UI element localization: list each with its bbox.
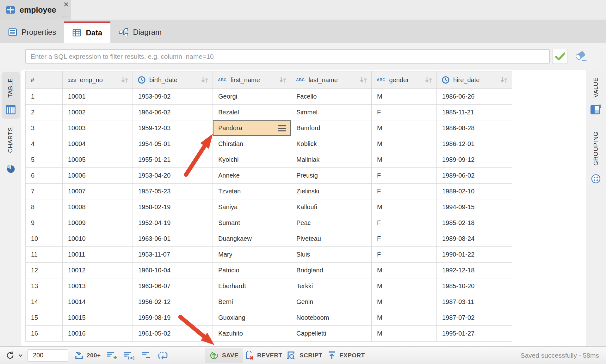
cell-last_name[interactable]: Terkki bbox=[291, 278, 372, 294]
tab-diagram[interactable]: Diagram bbox=[110, 21, 170, 43]
cell-last_name[interactable]: Bridgland bbox=[291, 263, 372, 278]
cell-birth_date[interactable]: 1953-04-20 bbox=[133, 168, 213, 184]
row-number-cell[interactable]: 10 bbox=[26, 231, 63, 247]
cell-gender[interactable]: F bbox=[372, 215, 437, 231]
cell-emp_no[interactable]: 10008 bbox=[63, 199, 133, 215]
cell-first_name[interactable]: Chirstian bbox=[213, 136, 291, 152]
cell-birth_date[interactable]: 1955-01-21 bbox=[133, 152, 213, 168]
cell-gender[interactable]: M bbox=[372, 136, 437, 152]
sort-icon[interactable] bbox=[279, 76, 287, 83]
cell-gender[interactable]: F bbox=[372, 184, 437, 199]
cell-birth_date[interactable]: 1957-05-23 bbox=[133, 184, 213, 199]
cell-hire_date[interactable]: 1985-11-21 bbox=[437, 105, 512, 120]
cell-first_name[interactable]: Saniya bbox=[213, 199, 291, 215]
cell-birth_date[interactable]: 1953-09-02 bbox=[133, 89, 213, 105]
panel-tab-value[interactable]: VALUE bbox=[592, 65, 599, 110]
cell-emp_no[interactable]: 10004 bbox=[63, 136, 133, 152]
cell-hire_date[interactable]: 1989-09-12 bbox=[437, 152, 512, 168]
row-number-cell[interactable]: 13 bbox=[26, 278, 63, 294]
sort-icon[interactable] bbox=[201, 76, 209, 83]
row-number-cell[interactable]: 6 bbox=[26, 168, 63, 184]
cell-hire_date[interactable]: 1994-09-15 bbox=[437, 199, 512, 215]
value-viewer-icon[interactable] bbox=[591, 104, 601, 114]
sort-icon[interactable] bbox=[425, 76, 433, 83]
sql-filter-input[interactable] bbox=[25, 49, 550, 64]
cell-gender[interactable]: F bbox=[372, 231, 437, 247]
pie-chart-icon[interactable] bbox=[6, 164, 15, 173]
cell-birth_date[interactable]: 1954-05-01 bbox=[133, 136, 213, 152]
sort-icon[interactable] bbox=[121, 76, 129, 83]
cell-options-icon[interactable] bbox=[278, 124, 286, 133]
row-limit-input[interactable] bbox=[28, 349, 68, 361]
column-header-emp-no[interactable]: 123 emp_no bbox=[63, 71, 133, 89]
close-icon[interactable]: ✕ bbox=[62, 1, 70, 9]
cell-last_name[interactable]: Facello bbox=[291, 89, 372, 105]
cell-first_name[interactable]: Tzvetan bbox=[213, 184, 291, 199]
cell-first_name[interactable]: Anneke bbox=[213, 168, 291, 184]
row-number-cell[interactable]: 2 bbox=[26, 105, 63, 120]
cell-hire_date[interactable]: 1987-07-02 bbox=[437, 310, 512, 326]
cell-emp_no[interactable]: 10013 bbox=[63, 278, 133, 294]
cell-gender[interactable]: M bbox=[372, 89, 437, 105]
cell-hire_date[interactable]: 1986-06-26 bbox=[437, 89, 512, 105]
row-number-cell[interactable]: 11 bbox=[26, 247, 63, 263]
column-header-first-name[interactable]: ABC first_name bbox=[213, 71, 291, 89]
cell-gender[interactable]: M bbox=[372, 294, 437, 310]
cell-gender[interactable]: F bbox=[372, 105, 437, 120]
cell-first_name[interactable]: Patricio bbox=[213, 263, 291, 278]
tab-data[interactable]: Data bbox=[64, 21, 110, 43]
cell-birth_date[interactable]: 1960-10-04 bbox=[133, 263, 213, 278]
cell-hire_date[interactable]: 1995-01-27 bbox=[437, 326, 512, 342]
column-header-gender[interactable]: ABC gender bbox=[372, 71, 437, 89]
cell-hire_date[interactable]: 1989-08-24 bbox=[437, 231, 512, 247]
row-number-cell[interactable]: 8 bbox=[26, 199, 63, 215]
cell-gender[interactable]: M bbox=[372, 278, 437, 294]
cell-hire_date[interactable]: 1989-02-10 bbox=[437, 184, 512, 199]
cell-last_name[interactable]: Preusig bbox=[291, 168, 372, 184]
cell-first_name[interactable]: Kazuhito bbox=[213, 326, 291, 342]
cell-last_name[interactable]: Zielinski bbox=[291, 184, 372, 199]
cell-first_name[interactable]: Duangkaew bbox=[213, 231, 291, 247]
grouping-icon[interactable] bbox=[591, 174, 601, 184]
row-number-cell[interactable]: 3 bbox=[26, 120, 63, 136]
cell-hire_date[interactable]: 1985-10-20 bbox=[437, 278, 512, 294]
panel-tab-grouping[interactable]: GROUPING bbox=[592, 126, 599, 171]
cell-emp_no[interactable]: 10005 bbox=[63, 152, 133, 168]
cell-gender[interactable]: M bbox=[372, 310, 437, 326]
tab-properties[interactable]: Properties bbox=[0, 21, 64, 43]
cell-last_name[interactable]: Piveteau bbox=[291, 231, 372, 247]
column-header-last-name[interactable]: ABC last_name bbox=[291, 71, 372, 89]
row-number-cell[interactable]: 5 bbox=[26, 152, 63, 168]
cell-birth_date[interactable]: 1956-02-12 bbox=[133, 294, 213, 310]
refresh-rows-button[interactable] bbox=[158, 351, 168, 360]
row-number-cell[interactable]: 1 bbox=[26, 89, 63, 105]
cell-emp_no[interactable]: 10002 bbox=[63, 105, 133, 120]
cell-hire_date[interactable]: 1989-06-02 bbox=[437, 168, 512, 184]
duplicate-row-button[interactable] bbox=[124, 351, 134, 360]
cell-hire_date[interactable]: 1986-12-01 bbox=[437, 136, 512, 152]
cell-birth_date[interactable]: 1963-06-07 bbox=[133, 278, 213, 294]
row-number-cell[interactable]: 7 bbox=[26, 184, 63, 199]
column-header-rownum[interactable]: # bbox=[26, 71, 63, 89]
cell-hire_date[interactable]: 1992-12-18 bbox=[437, 263, 512, 278]
sort-icon[interactable] bbox=[500, 76, 508, 83]
cell-gender[interactable]: M bbox=[372, 326, 437, 342]
cell-first_name[interactable]: Berni bbox=[213, 294, 291, 310]
save-button[interactable]: SAVE bbox=[205, 348, 243, 363]
cell-first_name[interactable]: Eberhardt bbox=[213, 278, 291, 294]
cell-emp_no[interactable]: 10012 bbox=[63, 263, 133, 278]
cell-first_name[interactable]: Bezalel bbox=[213, 105, 291, 120]
cell-birth_date[interactable]: 1964-06-02 bbox=[133, 105, 213, 120]
cell-hire_date[interactable]: 1987-03-11 bbox=[437, 294, 512, 310]
cell-emp_no[interactable]: 10003 bbox=[63, 120, 133, 136]
cell-last_name[interactable]: Kalloufi bbox=[291, 199, 372, 215]
panel-tab-charts[interactable]: CHARTS bbox=[7, 118, 14, 162]
cell-birth_date[interactable]: 1952-04-19 bbox=[133, 215, 213, 231]
cell-last_name[interactable]: Peac bbox=[291, 215, 372, 231]
cell-gender[interactable]: F bbox=[372, 168, 437, 184]
cell-emp_no[interactable]: 10016 bbox=[63, 326, 133, 342]
cell-hire_date[interactable]: 1990-01-22 bbox=[437, 247, 512, 263]
cell-last_name[interactable]: Cappelletti bbox=[291, 326, 372, 342]
row-number-cell[interactable]: 16 bbox=[26, 326, 63, 342]
panel-tab-table[interactable]: TABLE bbox=[7, 66, 14, 110]
